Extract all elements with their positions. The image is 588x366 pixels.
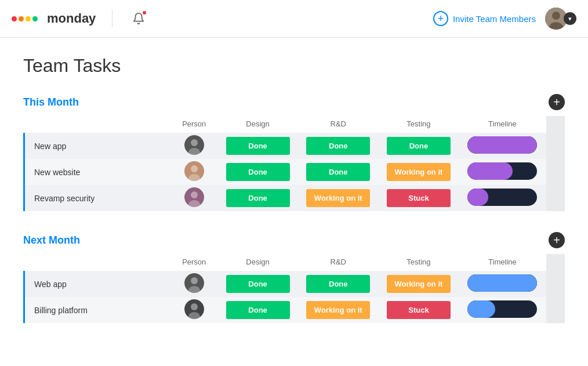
timeline-fill xyxy=(467,189,488,206)
status-badge: Done xyxy=(387,137,451,155)
svg-point-7 xyxy=(191,165,198,172)
timeline-bar xyxy=(467,300,537,318)
col-person: Person xyxy=(170,116,217,133)
main-content: Team Tasks This Month + Person Design R&… xyxy=(0,38,588,361)
dot-yellow xyxy=(26,16,31,21)
col-testing: Testing xyxy=(379,254,459,271)
user-avatar-area[interactable]: ▾ xyxy=(545,8,576,30)
add-this-month-button[interactable]: + xyxy=(549,94,565,110)
svg-point-16 xyxy=(191,303,198,310)
logo-area: monday xyxy=(12,9,148,28)
add-next-month-button[interactable]: + xyxy=(549,232,565,248)
header: monday + Invite Team Members ▾ xyxy=(0,0,588,38)
timeline-cell xyxy=(459,133,546,159)
status-badge: Done xyxy=(306,275,370,293)
rd-status: Working on it xyxy=(298,297,379,323)
rd-status: Done xyxy=(298,133,379,159)
design-status: Done xyxy=(217,133,298,159)
task-name: Billing platform xyxy=(23,297,170,323)
timeline-cell xyxy=(459,297,546,323)
status-badge: Working on it xyxy=(306,189,370,207)
bell-icon[interactable] xyxy=(129,9,148,28)
timeline-bar xyxy=(467,189,537,206)
col-design: Design xyxy=(217,254,298,271)
timeline-fill xyxy=(467,274,537,292)
svg-point-13 xyxy=(191,277,198,284)
logo-divider xyxy=(112,10,112,27)
next-month-table: Person Design R&D Testing Timeline Web a… xyxy=(23,254,565,323)
person-cell xyxy=(170,185,217,211)
logo-text: monday xyxy=(47,11,96,26)
testing-status: Done xyxy=(379,133,459,159)
person-cell xyxy=(170,159,217,185)
task-name: New app xyxy=(23,133,170,159)
more-cell xyxy=(546,159,565,185)
this-month-table: Person Design R&D Testing Timeline New a… xyxy=(23,116,565,211)
invite-label: Invite Team Members xyxy=(453,14,536,24)
rd-status: Done xyxy=(298,159,379,185)
col-more xyxy=(546,254,565,271)
invite-team-button[interactable]: + Invite Team Members xyxy=(433,11,536,26)
svg-point-4 xyxy=(191,139,198,146)
person-cell xyxy=(170,297,217,323)
table-row: Billing platform Done Working on it Stuc… xyxy=(23,297,565,323)
status-badge: Stuck xyxy=(387,301,451,319)
status-badge: Done xyxy=(226,163,290,181)
person-cell xyxy=(170,271,217,297)
testing-status: Stuck xyxy=(379,185,459,211)
testing-status: Working on it xyxy=(379,159,459,185)
avatar xyxy=(184,187,204,207)
timeline-fill xyxy=(467,300,495,318)
design-status: Done xyxy=(217,297,298,323)
next-month-header-row: Person Design R&D Testing Timeline xyxy=(23,254,565,271)
status-badge: Done xyxy=(306,137,370,155)
next-month-title: Next Month xyxy=(23,234,80,247)
avatar xyxy=(184,299,204,319)
this-month-header: This Month + xyxy=(23,94,565,110)
this-month-title: This Month xyxy=(23,96,79,108)
design-status: Done xyxy=(217,185,298,211)
dot-orange xyxy=(19,16,24,21)
col-more xyxy=(546,116,565,133)
status-badge: Working on it xyxy=(306,301,370,319)
design-status: Done xyxy=(217,159,298,185)
task-name: Web app xyxy=(23,271,170,297)
timeline-fill xyxy=(467,136,537,154)
logo-dots xyxy=(12,16,38,21)
table-row: New app Done Done Done xyxy=(23,133,565,159)
next-month-header: Next Month + xyxy=(23,232,565,248)
dot-green xyxy=(32,16,38,21)
next-month-section: Next Month + Person Design R&D Testing T… xyxy=(23,232,565,323)
col-design: Design xyxy=(217,116,298,133)
avatar xyxy=(184,161,204,181)
avatar xyxy=(184,135,204,155)
more-cell xyxy=(546,271,565,297)
this-month-section: This Month + Person Design R&D Testing T… xyxy=(23,94,565,211)
testing-status: Working on it xyxy=(379,271,459,297)
col-name xyxy=(23,254,170,271)
table-row: Revamp security Done Working on it Stuck xyxy=(23,185,565,211)
status-badge: Working on it xyxy=(387,275,451,293)
timeline-fill xyxy=(467,162,513,180)
table-row: Web app Done Done Working on it xyxy=(23,271,565,297)
timeline-cell xyxy=(459,159,546,185)
more-cell xyxy=(546,185,565,211)
task-name: Revamp security xyxy=(23,185,170,211)
status-badge: Done xyxy=(226,275,290,293)
rd-status: Done xyxy=(298,271,379,297)
col-timeline: Timeline xyxy=(459,116,546,133)
status-badge: Working on it xyxy=(387,163,451,181)
col-rd: R&D xyxy=(298,116,379,133)
design-status: Done xyxy=(217,271,298,297)
col-name xyxy=(23,116,170,133)
header-right: + Invite Team Members ▾ xyxy=(433,8,576,30)
svg-point-1 xyxy=(552,12,560,20)
timeline-cell xyxy=(459,271,546,297)
status-badge: Done xyxy=(306,163,370,181)
dot-red xyxy=(12,16,17,21)
more-cell xyxy=(546,133,565,159)
testing-status: Stuck xyxy=(379,297,459,323)
chevron-down-icon: ▾ xyxy=(564,12,576,25)
avatar xyxy=(184,273,204,293)
timeline-bar xyxy=(467,162,537,180)
